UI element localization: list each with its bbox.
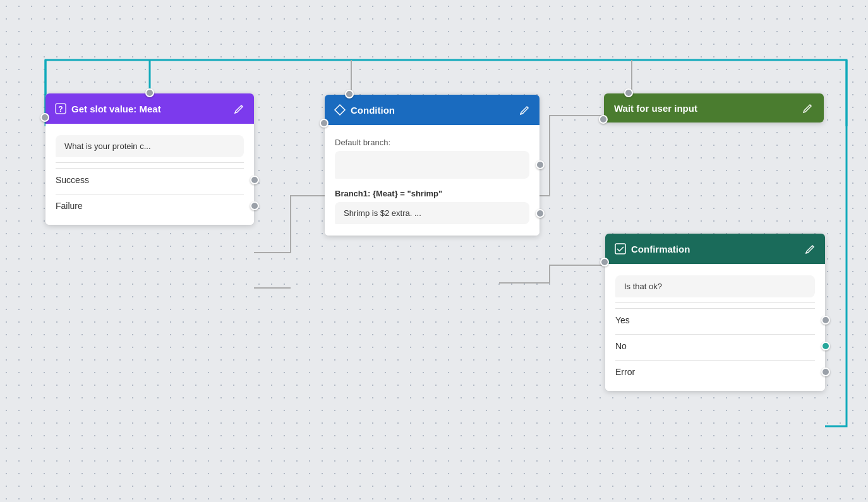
- failure-port[interactable]: [250, 201, 259, 210]
- confirmation-body: Is that ok? Yes No Error: [605, 264, 825, 391]
- wait-edit-icon[interactable]: [802, 102, 814, 114]
- svg-rect-3: [234, 112, 238, 112]
- condition-header: Condition: [325, 95, 539, 125]
- condition-node: Condition Default branch: Branch1: {Meat…: [325, 95, 539, 236]
- confirmation-title: Confirmation: [631, 244, 690, 254]
- svg-rect-6: [805, 252, 809, 253]
- default-branch-label: Default branch:: [335, 138, 529, 147]
- branch1-port[interactable]: [536, 209, 545, 218]
- condition-title: Condition: [351, 105, 395, 116]
- default-branch-port[interactable]: [536, 160, 545, 169]
- condition-edit-icon[interactable]: [519, 104, 531, 116]
- branch1-bubble: Shrimp is $2 extra. ...: [335, 202, 529, 224]
- get-slot-success-row: Success: [56, 168, 244, 191]
- wait-input-port[interactable]: [599, 115, 608, 124]
- diamond-icon: [334, 104, 346, 116]
- confirmation-message: Is that ok?: [615, 275, 815, 297]
- confirmation-no-row: No: [615, 334, 815, 357]
- get-slot-header: ? Get slot value: Meat: [45, 93, 254, 124]
- wait-header: Wait for user input: [604, 93, 824, 123]
- confirmation-error-row: Error: [615, 360, 815, 383]
- wait-title: Wait for user input: [614, 103, 697, 114]
- get-slot-top-port[interactable]: [145, 88, 154, 97]
- get-slot-title: Get slot value: Meat: [71, 104, 161, 114]
- get-slot-message: What is your protein c...: [56, 135, 244, 157]
- confirmation-edit-icon[interactable]: [805, 243, 816, 254]
- error-port[interactable]: [821, 368, 830, 376]
- confirmation-input-port[interactable]: [600, 258, 609, 266]
- get-slot-failure-row: Failure: [56, 194, 244, 217]
- get-slot-input-port[interactable]: [40, 113, 49, 122]
- confirmation-node: Confirmation Is that ok? Yes No Err: [605, 234, 825, 391]
- question-icon: ?: [54, 102, 67, 115]
- confirmation-yes-row: Yes: [615, 308, 815, 332]
- yes-port[interactable]: [821, 316, 830, 325]
- success-port[interactable]: [250, 176, 259, 184]
- svg-text:?: ?: [58, 105, 63, 114]
- checkbox-icon: [614, 242, 627, 255]
- workflow-canvas: ? Get slot value: Meat What is your prot…: [0, 0, 868, 502]
- get-slot-body: What is your protein c... Success Failur…: [45, 124, 254, 225]
- wait-node: Wait for user input: [604, 93, 824, 123]
- condition-input-port[interactable]: [320, 119, 329, 128]
- confirmation-header: Confirmation: [605, 234, 825, 264]
- wait-top-port[interactable]: [624, 88, 633, 97]
- condition-body: Default branch: Branch1: {Meat} = "shrim…: [325, 125, 539, 236]
- branch1-label: Branch1: {Meat} = "shrimp": [335, 189, 529, 198]
- default-branch-bubble: [335, 151, 529, 179]
- get-slot-node: ? Get slot value: Meat What is your prot…: [45, 93, 254, 225]
- condition-top-port[interactable]: [345, 90, 354, 99]
- get-slot-edit-icon[interactable]: [234, 103, 245, 114]
- svg-rect-4: [520, 113, 524, 114]
- no-port[interactable]: [821, 342, 830, 350]
- svg-rect-5: [615, 244, 625, 254]
